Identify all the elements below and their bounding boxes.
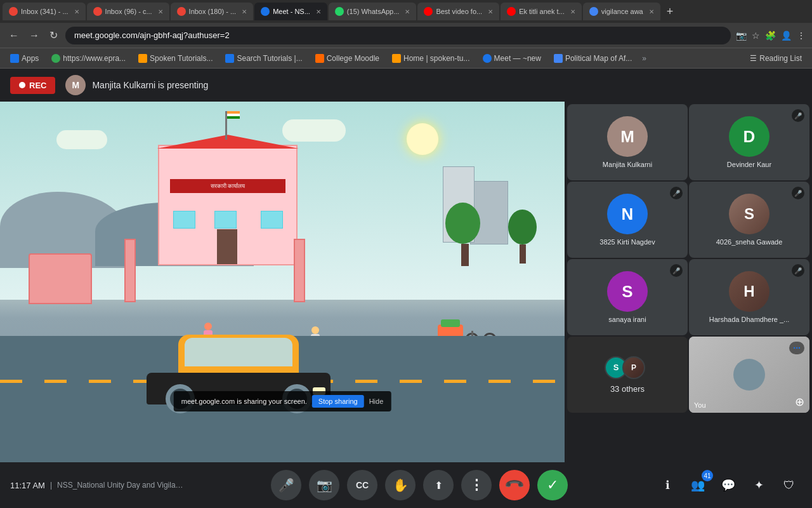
main-video-area: सरकारी कार्यालय [0,102,565,462]
browser-chrome: Inbox (341) - ... ✕ Inbox (96) - c... ✕ … [0,0,812,69]
forward-button[interactable]: → [27,27,42,44]
tab-meet[interactable]: Meet - NS... ✕ [254,3,327,20]
meet-bottom-controls: 11:17 AM | NSS_National Unity Day and Vi… [0,462,812,508]
people-badge: 41 [702,470,713,481]
presenter-label: Manjita Kulkarni is presenting [92,80,208,90]
end-call-button[interactable]: 📞 [493,464,536,507]
bookmark-spoken-tutorials[interactable]: Spoken Tutorials... [133,53,218,64]
window3 [261,211,283,229]
tab-close-3[interactable]: ✕ [242,8,247,15]
tab-close-2[interactable]: ✕ [158,8,163,15]
bookmark-search-tutorials[interactable]: Search Tutorials |... [220,53,307,64]
info-button[interactable]: ℹ [655,472,680,498]
participant-tile-manjita: M Manjita Kulkarni [567,104,688,180]
tab-close-8[interactable]: ✕ [649,8,654,15]
sun [407,123,438,155]
activities-btn-wrap: ✦ [746,472,771,498]
name-manjita: Manjita Kulkarni [598,161,657,168]
url-input[interactable] [65,27,731,44]
tab-whatsapp[interactable]: (15) WhatsApp... ✕ [329,3,417,20]
bookmark-political-map[interactable]: Political Map of Af... [549,53,637,64]
bookmark-college-moodle[interactable]: College Moodle [310,53,384,64]
avatar-harshada: H [729,271,769,312]
captions-button[interactable]: CC [347,470,377,500]
you-label: You [694,401,706,409]
tab-inbox-341[interactable]: Inbox (341) - ... ✕ [3,3,86,20]
tile-row-4: S P 33 others ··· You ⊕ [567,337,809,413]
mute-icon-harshada: 🎤 [792,264,804,277]
check-button[interactable]: ✓ [537,470,568,500]
tree-right2 [514,210,537,264]
star-icon[interactable]: ☆ [752,30,760,41]
tree-right [455,203,480,266]
raise-hand-button[interactable]: ✋ [385,470,416,500]
participant-tile-harshada: 🎤 H Harshada Dhamdhere _... [689,259,809,335]
tab-close-5[interactable]: ✕ [405,8,410,15]
reading-list-button[interactable]: ☰ Reading List [745,53,807,64]
bookmark-spoken-home[interactable]: Home | spoken-tu... [387,53,475,64]
bookmark-meet-new[interactable]: Meet — ~new [478,53,546,64]
name-sanaya: sanaya irani [603,316,651,323]
controls-right: ℹ 👥 41 💬 ✦ 🛡 [655,472,802,498]
name-devinder: Devinder Kaur [722,161,776,168]
chat-button[interactable]: 💬 [716,472,741,498]
camera-icon: 📷 [736,30,747,41]
others-tile: S P 33 others [567,337,688,413]
tab-inbox-96[interactable]: Inbox (96) - c... ✕ [87,3,169,20]
meet-topbar: REC M Manjita Kulkarni is presenting [0,69,812,102]
mute-icon-devinder: 🎤 [792,109,804,122]
window2 [214,211,237,229]
cloud2 [282,119,346,142]
mic-button[interactable]: 🎤 [271,470,301,500]
name-sneha: 4026_sneha Gawade [711,238,788,246]
extensions-icon[interactable]: 🧩 [765,30,776,41]
rec-button[interactable]: REC [10,77,55,94]
tab-close-6[interactable]: ✕ [488,8,493,15]
rec-dot [19,82,25,88]
bookmarks-more[interactable]: » [639,54,649,63]
tab-close-7[interactable]: ✕ [570,8,575,15]
settings-icon[interactable]: ⋮ [797,30,806,41]
tab-inbox-180[interactable]: Inbox (180) - ... ✕ [171,3,254,20]
tab-vigilance[interactable]: vigilance awa ✕ [583,3,660,20]
you-add-icon: ⊕ [795,395,804,409]
building-sign: सरकारी कार्यालय [170,179,285,193]
present-button[interactable]: ⬆ [423,470,454,500]
shield-button[interactable]: 🛡 [776,472,802,498]
hide-button[interactable]: Hide [369,398,384,405]
participant-tile-sanaya: 🎤 S sanaya irani [567,259,688,335]
participant-tile-sneha: 🎤 S 4026_sneha Gawade [689,182,809,258]
new-tab-button[interactable]: + [662,5,679,18]
tab-youtube2[interactable]: Ek titli anek t... ✕ [501,3,582,20]
bookmarks-bar: Apps https://www.epra... Spoken Tutorial… [0,48,812,69]
flag-pole [225,111,227,140]
presentation-scene: सरकारी कार्यालय [0,102,565,462]
tab-close-4[interactable]: ✕ [316,8,321,15]
more-options-button[interactable]: ⋮ [461,470,492,500]
shield-btn-wrap: 🛡 [776,472,802,498]
you-options-button[interactable]: ··· [789,342,804,354]
cloud1 [56,130,107,149]
tile-row-3: 🎤 S sanaya irani 🎤 H Harshada Dhamdhere … [567,259,809,335]
mute-icon-sanaya: 🎤 [670,264,683,277]
activities-button[interactable]: ✦ [746,472,771,498]
bookmark-epra[interactable]: https://www.epra... [46,53,131,64]
bookmark-apps[interactable]: Apps [5,53,44,64]
meet-time: 11:17 AM [10,481,45,490]
gate-pillar-right [294,239,305,302]
meet-app: REC M Manjita Kulkarni is presenting [0,69,812,508]
profile-icon[interactable]: 👤 [781,30,792,41]
tab-close-1[interactable]: ✕ [74,8,79,15]
back-button[interactable]: ← [6,27,22,44]
controls-center: 🎤 📷 CC ✋ ⬆ ⋮ 📞 ✓ [271,470,568,500]
you-tile: ··· You ⊕ [689,337,809,413]
others-label: 33 others [605,384,650,394]
tab-youtube1[interactable]: Best video fo... ✕ [417,3,499,20]
people-btn-wrap: 👥 41 [685,472,710,498]
avatar-kirti: N [607,194,648,234]
camera-button[interactable]: 📷 [309,470,339,500]
address-bar: ← → ↻ 📷 ☆ 🧩 👤 ⋮ [0,23,812,48]
refresh-button[interactable]: ↻ [47,27,60,44]
stop-sharing-button[interactable]: Stop sharing [312,395,364,408]
avatar-sanaya: S [607,271,648,312]
